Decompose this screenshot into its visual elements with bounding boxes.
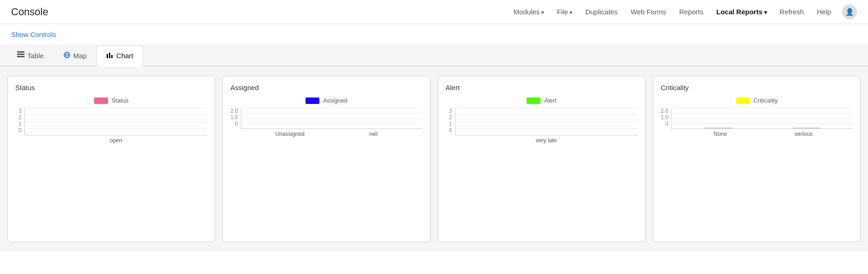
bars-area-2: very late	[455, 108, 638, 144]
y-label: 0	[449, 127, 452, 134]
nav-item-duplicates[interactable]: Duplicates	[580, 5, 623, 18]
y-label: 0	[235, 121, 238, 127]
y-label: 0	[665, 121, 669, 127]
bar-3-1	[793, 128, 820, 128]
legend-label-0: Status	[112, 97, 129, 104]
legend-label-2: Alert	[544, 97, 557, 104]
chart-card-alert: AlertAlert3210very late	[438, 76, 646, 242]
x-labels-2: very late	[455, 135, 638, 144]
chart-title-3: Criticality	[661, 84, 853, 91]
y-label: 1	[449, 121, 452, 127]
nav-item-file[interactable]: File	[551, 5, 578, 18]
show-controls-link[interactable]: Show Controls	[11, 30, 56, 38]
nav-item-refresh[interactable]: Refresh	[774, 5, 810, 18]
nav-item-reports[interactable]: Reports	[674, 5, 709, 18]
chart-title-1: Assigned	[230, 84, 422, 91]
y-label: 1.0	[230, 114, 238, 121]
y-label: 2	[449, 114, 452, 121]
nav-item-help[interactable]: Help	[811, 5, 837, 18]
chart-title-0: Status	[15, 84, 207, 91]
svg-rect-0	[17, 51, 24, 53]
y-label: 2.0	[661, 108, 669, 114]
nav-item-modules[interactable]: Modules	[508, 5, 550, 18]
y-axis-2: 3210	[446, 108, 455, 144]
x-label-1-0: Unassigned	[248, 131, 332, 137]
chart-card-assigned: AssignedAssigned2.01.00Unassignedneil	[222, 76, 430, 242]
chart-card-status: StatusStatus3210open	[7, 76, 215, 242]
legend-swatch-1	[305, 97, 319, 104]
svg-rect-1	[17, 54, 24, 55]
legend-swatch-3	[736, 97, 750, 104]
x-labels-0: open	[24, 135, 207, 144]
chart-title-2: Alert	[446, 84, 638, 91]
tabs-bar: TableMapChart	[0, 45, 868, 67]
bar-group-3-0	[679, 128, 756, 128]
bar-col-3-1	[793, 128, 820, 128]
y-label: 3	[18, 108, 22, 114]
legend-label-3: Criticality	[754, 97, 778, 104]
chart-legend-0: Status	[15, 97, 207, 104]
tab-table[interactable]: Table	[7, 45, 54, 66]
x-label-3-0: None	[678, 131, 762, 137]
chart-body-2: 3210very late	[446, 108, 638, 144]
user-icon[interactable]: 👤	[842, 5, 857, 19]
nav-item-local-reports[interactable]: Local Reports	[711, 5, 772, 18]
tab-map[interactable]: Map	[54, 45, 96, 66]
charts-area: StatusStatus3210openAssignedAssigned2.01…	[0, 67, 868, 251]
chart-tab-icon	[106, 51, 114, 60]
y-label: 0	[18, 127, 22, 134]
y-label: 1.0	[661, 114, 669, 121]
svg-rect-8	[111, 55, 113, 58]
map-tab-icon	[63, 51, 71, 60]
chart-card-criticality: CriticalityCriticality2.01.00Noneserious	[653, 76, 861, 242]
gridlines-0	[24, 108, 207, 135]
gridlines-2	[455, 108, 638, 135]
y-label: 3	[449, 108, 452, 114]
tab-chart[interactable]: Chart	[96, 45, 143, 67]
bars-area-1: Unassignedneil	[241, 108, 423, 137]
header: Console ModulesFileDuplicatesWeb FormsRe…	[0, 0, 868, 24]
x-labels-3: Noneserious	[671, 129, 853, 137]
gridlines-3	[671, 108, 853, 129]
main-nav: ModulesFileDuplicatesWeb FormsReportsLoc…	[508, 5, 857, 19]
x-labels-1: Unassignedneil	[241, 129, 423, 137]
controls-bar: Show Controls	[0, 24, 868, 45]
legend-swatch-2	[527, 97, 540, 104]
chart-legend-1: Assigned	[230, 97, 422, 104]
nav-item-web-forms[interactable]: Web Forms	[625, 5, 671, 18]
table-tab-icon	[17, 51, 24, 60]
chart-tab-label: Chart	[116, 52, 133, 60]
table-tab-label: Table	[27, 52, 44, 60]
y-axis-3: 2.01.00	[661, 108, 671, 137]
y-label: 2.0	[230, 108, 238, 114]
x-label-3-1: serious	[762, 131, 845, 137]
x-label-2-0: very late	[462, 137, 630, 144]
chart-legend-3: Criticality	[661, 97, 853, 104]
chart-body-1: 2.01.00Unassignedneil	[230, 108, 422, 137]
bars-area-0: open	[24, 108, 207, 144]
y-label: 2	[18, 114, 22, 121]
gridlines-1	[241, 108, 423, 129]
chart-body-0: 3210open	[15, 108, 207, 144]
chart-legend-2: Alert	[446, 97, 638, 104]
svg-rect-2	[17, 56, 24, 57]
x-label-0-0: open	[32, 137, 200, 144]
svg-rect-7	[109, 53, 110, 58]
x-label-1-1: neil	[332, 131, 415, 137]
map-tab-label: Map	[73, 52, 87, 60]
y-label: 1	[18, 121, 22, 127]
svg-rect-6	[107, 54, 108, 58]
y-axis-0: 3210	[15, 108, 24, 144]
bar-3-0	[704, 128, 732, 128]
bars-area-3: Noneserious	[671, 108, 853, 137]
bar-group-3-1	[768, 128, 845, 128]
chart-body-3: 2.01.00Noneserious	[661, 108, 853, 137]
y-axis-1: 2.01.00	[230, 108, 241, 137]
app-title: Console	[11, 6, 48, 18]
bar-col-3-0	[704, 128, 732, 128]
legend-swatch-0	[94, 97, 108, 104]
legend-label-1: Assigned	[323, 97, 347, 104]
